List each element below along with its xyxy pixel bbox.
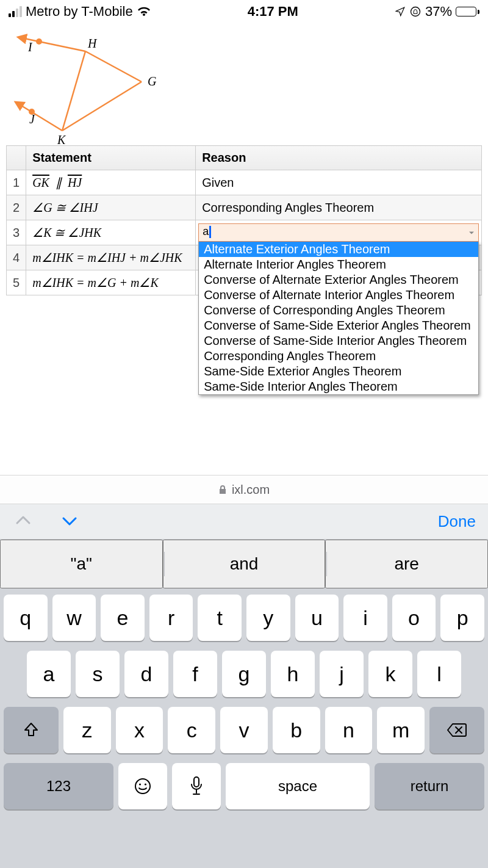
suggestion-3[interactable]: are xyxy=(325,540,488,588)
dropdown-option[interactable]: Corresponding Angles Theorem xyxy=(199,349,478,364)
space-key[interactable]: space xyxy=(226,763,370,809)
table-row: 3 ∠K ≅ ∠JHK a Alternate Exterior Angles … xyxy=(7,220,482,245)
statement-cell: m∠IHK = m∠IHJ + m∠JHK xyxy=(26,245,196,270)
dropdown-option[interactable]: Same-Side Exterior Angles Theorem xyxy=(199,364,478,379)
onscreen-keyboard: qwertyuiop asdfghjkl zxcvbnm 123 space r… xyxy=(0,588,488,868)
url-domain: ixl.com xyxy=(232,483,270,497)
key-x[interactable]: x xyxy=(116,707,163,753)
row-number: 5 xyxy=(7,270,26,295)
dictation-key[interactable] xyxy=(172,763,221,809)
proof-table: Statement Reason 1 GK ∥ HJ Given 2 ∠G ≅ … xyxy=(6,145,482,295)
statement-cell: m∠IHK = m∠G + m∠K xyxy=(26,270,196,295)
key-c[interactable]: c xyxy=(168,707,215,753)
reason-input[interactable]: a xyxy=(198,223,479,242)
key-k[interactable]: k xyxy=(368,651,412,697)
prev-field-button[interactable] xyxy=(12,512,34,531)
orientation-lock-icon xyxy=(409,5,422,18)
form-nav-arrows xyxy=(12,512,81,531)
svg-line-6 xyxy=(18,104,62,131)
key-o[interactable]: o xyxy=(392,595,436,641)
key-s[interactable]: s xyxy=(76,651,120,697)
battery-pct: 37% xyxy=(425,4,452,20)
key-r[interactable]: r xyxy=(149,595,193,641)
diagram-label-K: K xyxy=(57,133,66,146)
key-m[interactable]: m xyxy=(377,707,425,753)
svg-point-0 xyxy=(411,7,420,16)
dropdown-option[interactable]: Alternate Exterior Angles Theorem xyxy=(199,242,478,257)
row-number: 4 xyxy=(7,245,26,270)
key-v[interactable]: v xyxy=(220,707,268,753)
row-number: 1 xyxy=(7,170,26,195)
dropdown-option[interactable]: Converse of Alternate Interior Angles Th… xyxy=(199,288,478,303)
table-header-row: Statement Reason xyxy=(7,146,482,170)
keyboard-row-2: asdfghjkl xyxy=(4,651,484,697)
keyboard-row-4: 123 space return xyxy=(4,763,484,809)
diagram-label-J: J xyxy=(29,112,35,126)
key-q[interactable]: q xyxy=(4,595,48,641)
return-key[interactable]: return xyxy=(375,763,484,809)
svg-rect-11 xyxy=(194,777,199,787)
lock-icon xyxy=(218,485,227,494)
location-icon xyxy=(395,6,406,17)
svg-point-8 xyxy=(135,779,150,794)
svg-line-3 xyxy=(85,51,142,82)
keyboard-row-3: zxcvbnm xyxy=(4,707,484,753)
table-row: 2 ∠G ≅ ∠IHJ Corresponding Angles Theorem xyxy=(7,195,482,220)
dropdown-option[interactable]: Converse of Alternate Exterior Angles Th… xyxy=(199,272,478,288)
suggestion-2[interactable]: and xyxy=(163,540,326,588)
reason-cell: Given xyxy=(196,170,482,195)
key-l[interactable]: l xyxy=(417,651,461,697)
keyboard-row-1: qwertyuiop xyxy=(4,595,484,641)
diagram-label-H: H xyxy=(87,37,98,50)
carrier-label: Metro by T-Mobile xyxy=(26,4,133,20)
reason-combobox[interactable]: a Alternate Exterior Angles TheoremAlter… xyxy=(198,223,479,242)
key-p[interactable]: p xyxy=(440,595,484,641)
cell-signal-icon xyxy=(9,6,22,17)
key-e[interactable]: e xyxy=(101,595,145,641)
key-i[interactable]: i xyxy=(343,595,387,641)
key-w[interactable]: w xyxy=(52,595,96,641)
clock: 4:17 PM xyxy=(248,4,298,20)
suggestion-1[interactable]: "a" xyxy=(0,540,163,588)
battery-icon xyxy=(456,7,479,16)
key-d[interactable]: d xyxy=(124,651,168,697)
reason-cell: Corresponding Angles Theorem xyxy=(196,195,482,220)
shift-key[interactable] xyxy=(4,707,59,753)
svg-point-10 xyxy=(145,783,146,785)
svg-point-9 xyxy=(139,783,141,785)
col-number xyxy=(7,146,26,170)
key-g[interactable]: g xyxy=(222,651,266,697)
key-z[interactable]: z xyxy=(63,707,111,753)
key-h[interactable]: h xyxy=(271,651,315,697)
numbers-key[interactable]: 123 xyxy=(4,763,113,809)
reason-dropdown[interactable]: Alternate Exterior Angles TheoremAlterna… xyxy=(198,242,479,395)
diagram-label-I: I xyxy=(27,40,33,54)
key-y[interactable]: y xyxy=(246,595,290,641)
table-row: 1 GK ∥ HJ Given xyxy=(7,170,482,195)
statement-cell: ∠G ≅ ∠IHJ xyxy=(26,195,196,220)
emoji-key[interactable] xyxy=(118,763,167,809)
status-left: Metro by T-Mobile xyxy=(9,4,151,20)
row-number: 3 xyxy=(7,220,26,245)
browser-url-bar[interactable]: ixl.com xyxy=(0,475,488,504)
dropdown-option[interactable]: Converse of Same-Side Exterior Angles Th… xyxy=(199,318,478,333)
next-field-button[interactable] xyxy=(59,512,81,531)
key-n[interactable]: n xyxy=(325,707,373,753)
dropdown-option[interactable]: Converse of Corresponding Angles Theorem xyxy=(199,303,478,318)
key-u[interactable]: u xyxy=(295,595,339,641)
dropdown-option[interactable]: Alternate Interior Angles Theorem xyxy=(199,257,478,272)
done-button[interactable]: Done xyxy=(438,512,476,531)
key-j[interactable]: j xyxy=(320,651,364,697)
keyboard-suggestion-bar: "a" and are xyxy=(0,540,488,588)
dropdown-option[interactable]: Same-Side Interior Angles Theorem xyxy=(199,379,478,394)
dropdown-option[interactable]: Converse of Same-Side Interior Angles Th… xyxy=(199,333,478,349)
key-a[interactable]: a xyxy=(27,651,71,697)
wifi-icon xyxy=(137,6,151,17)
statement-cell: ∠K ≅ ∠JHK xyxy=(26,220,196,245)
key-f[interactable]: f xyxy=(173,651,217,697)
key-t[interactable]: t xyxy=(198,595,242,641)
key-b[interactable]: b xyxy=(273,707,320,753)
backspace-key[interactable] xyxy=(429,707,484,753)
keyboard-accessory-bar: Done xyxy=(0,504,488,540)
status-right: 37% xyxy=(395,4,479,20)
